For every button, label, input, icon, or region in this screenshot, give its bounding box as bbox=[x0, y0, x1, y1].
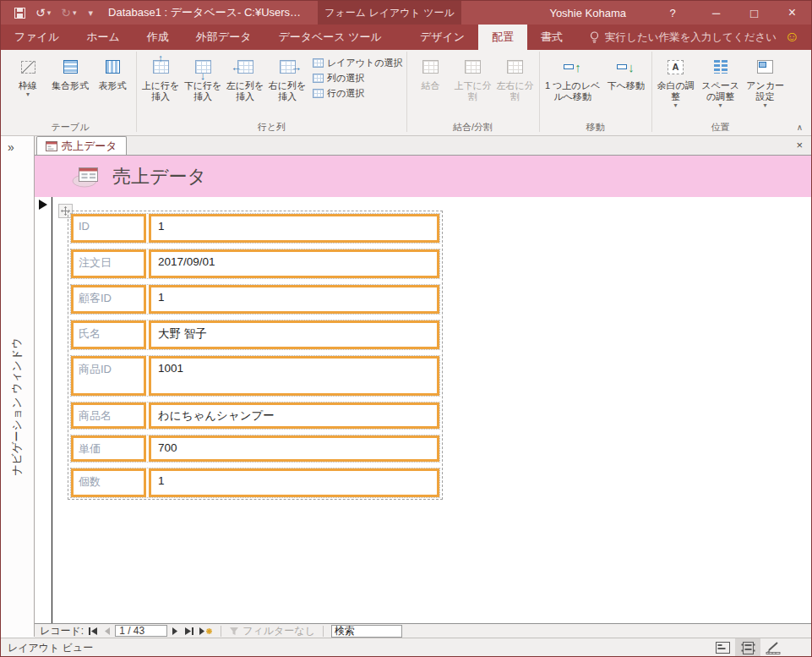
selection-buttons: レイアウトの選択 列の選択 行の選択 bbox=[313, 53, 403, 100]
chevron-down-icon: ▾ bbox=[674, 102, 678, 109]
record-nav-label: レコード: bbox=[40, 624, 84, 638]
save-button[interactable] bbox=[14, 8, 25, 19]
tab-format[interactable]: 書式 bbox=[527, 25, 576, 50]
customize-qat-button[interactable]: ▾ bbox=[87, 8, 94, 18]
separator bbox=[323, 626, 324, 637]
tab-home[interactable]: ホーム bbox=[73, 25, 134, 50]
tab-create[interactable]: 作成 bbox=[134, 25, 183, 50]
tab-design[interactable]: デザイン bbox=[406, 25, 478, 50]
field-label[interactable]: 顧客ID bbox=[71, 285, 146, 314]
last-record-icon bbox=[183, 627, 194, 636]
move-down-button[interactable]: ↓ 下へ移動 bbox=[604, 53, 648, 91]
next-record-button[interactable] bbox=[172, 627, 179, 636]
control-padding-button[interactable]: スペースの調整 ▾ bbox=[698, 53, 744, 109]
field-label[interactable]: 商品ID bbox=[71, 356, 146, 396]
stacked-layout-button[interactable]: 集合形式 bbox=[50, 53, 90, 91]
layout-view-button[interactable] bbox=[735, 638, 760, 657]
anchoring-label: アンカー設定 bbox=[745, 80, 786, 102]
tabular-layout-button[interactable]: 表形式 bbox=[92, 53, 133, 91]
tab-database-tools[interactable]: データベース ツール bbox=[264, 25, 395, 50]
select-row-icon bbox=[313, 89, 324, 98]
lightbulb-icon bbox=[590, 31, 599, 44]
form-header: 売上データ bbox=[35, 156, 811, 197]
field-value[interactable]: 1 bbox=[149, 468, 439, 497]
anchoring-button[interactable]: アンカー設定 ▾ bbox=[745, 53, 786, 109]
insert-row-above-button[interactable]: ↑ 上に行を挿入 bbox=[140, 53, 181, 102]
new-record-icon bbox=[199, 627, 213, 636]
field-value[interactable]: 1 bbox=[149, 285, 439, 314]
control-margins-button[interactable]: A 余白の調整 ▾ bbox=[656, 53, 696, 109]
collapse-ribbon-button[interactable]: ∧ bbox=[797, 123, 803, 132]
first-record-button[interactable] bbox=[88, 627, 99, 636]
minimize-button[interactable]: ─ bbox=[697, 1, 735, 25]
tell-me-box[interactable]: 実行したい作業を入力してください bbox=[590, 25, 777, 50]
view-switch-buttons bbox=[710, 638, 786, 657]
feedback-smiley-button[interactable]: ☺ bbox=[785, 25, 799, 50]
gridlines-button[interactable]: 枠線 ▾ bbox=[8, 53, 48, 98]
move-up-button[interactable]: ↑ 1 つ上のレベルへ移動 bbox=[543, 53, 602, 102]
field-value[interactable]: わにちゃんシャンプー bbox=[149, 402, 439, 429]
current-record-arrow-icon bbox=[39, 200, 47, 210]
field-value[interactable]: 1001 bbox=[149, 356, 439, 396]
select-column-icon bbox=[313, 74, 324, 83]
chevron-down-icon: ▾ bbox=[719, 102, 722, 109]
arrow-up-icon: ↑ bbox=[575, 61, 581, 74]
redo-icon: ↻ bbox=[61, 7, 71, 19]
expand-nav-pane-button[interactable]: » bbox=[8, 140, 14, 154]
record-search-input[interactable] bbox=[331, 625, 402, 638]
merge-button[interactable]: 結合 bbox=[411, 53, 451, 91]
select-layout-button[interactable]: レイアウトの選択 bbox=[313, 57, 403, 69]
field-value[interactable]: 700 bbox=[149, 435, 439, 462]
design-view-button[interactable] bbox=[760, 638, 786, 657]
tabular-layout-label: 表形式 bbox=[99, 80, 127, 91]
group-label-rows-columns: 行と列 bbox=[137, 121, 406, 134]
field-label[interactable]: 注文日 bbox=[71, 249, 146, 278]
close-button[interactable]: × bbox=[773, 1, 811, 25]
ribbon-group-rows-columns: ↑ 上に行を挿入 ↓ 下に行を挿入 ← 左に列を挿入 → 右に列を挿入 bbox=[137, 50, 406, 135]
document-tab-sales-data[interactable]: 売上データ bbox=[36, 136, 127, 155]
field-value[interactable]: 1 bbox=[149, 214, 439, 243]
ribbon-tab-row: ファイル ホーム 作成 外部データ データベース ツール デザイン 配置 書式 … bbox=[1, 25, 811, 50]
last-record-button[interactable] bbox=[183, 627, 194, 636]
redo-button[interactable]: ↻ ▾ bbox=[61, 7, 76, 19]
close-document-button[interactable]: × bbox=[796, 139, 803, 151]
filter-status-button[interactable]: フィルターなし bbox=[229, 624, 315, 638]
insert-column-right-label: 右に列を挿入 bbox=[267, 80, 308, 102]
stacked-layout-label: 集合形式 bbox=[52, 80, 89, 91]
tab-external-data[interactable]: 外部データ bbox=[183, 25, 265, 50]
tab-file[interactable]: ファイル bbox=[1, 25, 73, 50]
record-selector-bar[interactable] bbox=[35, 197, 52, 623]
design-view-icon bbox=[766, 642, 781, 654]
field-label[interactable]: 氏名 bbox=[71, 320, 146, 349]
tab-arrange[interactable]: 配置 bbox=[478, 25, 527, 50]
new-record-button[interactable] bbox=[199, 627, 213, 636]
control-layout-selection[interactable]: ID 1 注文日 2017/09/01 顧客ID 1 氏名 大野 智子 bbox=[68, 211, 443, 500]
split-vertical-button[interactable]: 上下に分割 bbox=[453, 53, 493, 102]
field-value[interactable]: 2017/09/01 bbox=[149, 249, 439, 278]
chevron-down-icon: ▾ bbox=[73, 9, 77, 17]
arrow-left-icon: ← bbox=[231, 62, 242, 73]
field-label[interactable]: 個数 bbox=[71, 468, 146, 497]
field-label[interactable]: ID bbox=[71, 214, 146, 243]
undo-button[interactable]: ↺ ▾ bbox=[35, 7, 51, 19]
field-row-product-id: 商品ID 1001 bbox=[71, 356, 439, 396]
split-horizontal-button[interactable]: 左右に分割 bbox=[495, 53, 536, 102]
help-button[interactable]: ? bbox=[658, 7, 687, 19]
field-label[interactable]: 単価 bbox=[71, 435, 146, 462]
select-layout-icon bbox=[313, 58, 324, 68]
insert-row-below-button[interactable]: ↓ 下に行を挿入 bbox=[183, 53, 223, 102]
form-view-button[interactable] bbox=[710, 638, 735, 657]
previous-record-button[interactable] bbox=[103, 627, 111, 636]
select-row-button[interactable]: 行の選択 bbox=[313, 87, 403, 100]
field-value[interactable]: 大野 智子 bbox=[149, 320, 439, 349]
select-column-button[interactable]: 列の選択 bbox=[313, 72, 403, 85]
current-record-box[interactable]: 1 / 43 bbox=[115, 625, 167, 637]
nav-pane-title[interactable]: ナビゲーション ウィンドウ bbox=[9, 338, 25, 476]
insert-row-below-label: 下に行を挿入 bbox=[183, 80, 223, 102]
insert-column-right-button[interactable]: → 右に列を挿入 bbox=[267, 53, 308, 102]
maximize-button[interactable]: □ bbox=[735, 1, 773, 25]
insert-column-left-button[interactable]: ← 左に列を挿入 bbox=[225, 53, 265, 102]
field-label[interactable]: 商品名 bbox=[71, 402, 146, 429]
stacked-layout-icon bbox=[63, 60, 78, 74]
control-padding-label: スペースの調整 bbox=[698, 80, 744, 102]
